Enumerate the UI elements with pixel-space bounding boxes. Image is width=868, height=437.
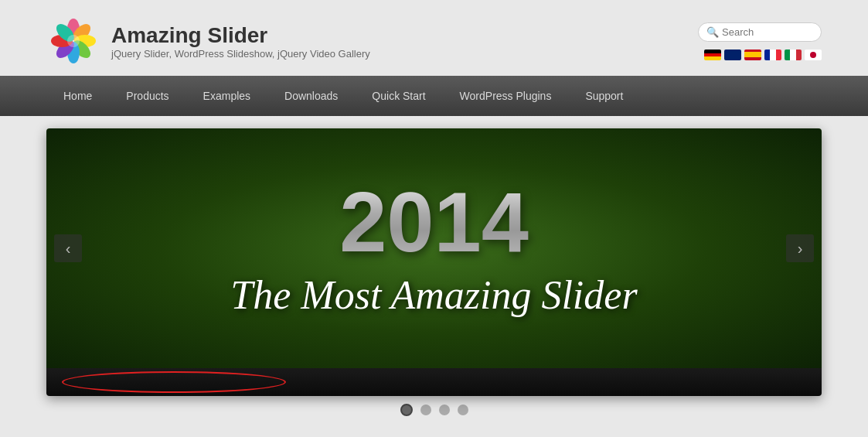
flag-japanese[interactable] bbox=[805, 50, 822, 60]
site-tagline: jQuery Slider, WordPress Slideshow, jQue… bbox=[111, 48, 370, 60]
slider-prev-button[interactable]: ‹ bbox=[54, 234, 82, 262]
slider-dots bbox=[46, 396, 822, 421]
flag-english[interactable] bbox=[724, 50, 741, 60]
header: Amazing Slider jQuery Slider, WordPress … bbox=[0, 0, 868, 76]
logo-text: Amazing Slider jQuery Slider, WordPress … bbox=[111, 22, 370, 60]
flag-german[interactable] bbox=[704, 50, 721, 60]
slider-dot-1[interactable] bbox=[400, 404, 413, 416]
search-icon: 🔍 bbox=[706, 26, 719, 38]
flag-spanish[interactable] bbox=[744, 50, 761, 60]
logo-icon bbox=[46, 14, 100, 68]
slider-title: The Most Amazing Slider bbox=[230, 272, 637, 318]
nav-item-home[interactable]: Home bbox=[46, 77, 109, 114]
nav-menu: Home Products Examples Downloads Quick S… bbox=[46, 77, 640, 114]
search-box[interactable]: 🔍 bbox=[698, 22, 822, 42]
flags-container bbox=[704, 50, 822, 60]
slider-container: ‹ 2014 The Most Amazing Slider › bbox=[46, 128, 822, 396]
nav-item-downloads[interactable]: Downloads bbox=[267, 77, 355, 114]
nav-item-support[interactable]: Support bbox=[568, 77, 640, 114]
chevron-left-icon: ‹ bbox=[66, 240, 71, 258]
slider-main: ‹ 2014 The Most Amazing Slider › bbox=[46, 128, 822, 368]
slider-year: 2014 bbox=[339, 179, 529, 265]
search-input[interactable] bbox=[722, 26, 815, 38]
slider-dot-3[interactable] bbox=[439, 405, 450, 415]
nav-item-examples[interactable]: Examples bbox=[186, 77, 267, 114]
svg-point-8 bbox=[67, 35, 80, 47]
slider-dot-2[interactable] bbox=[420, 405, 431, 415]
header-right: 🔍 bbox=[698, 22, 822, 60]
nav-item-wordpress[interactable]: WordPress Plugins bbox=[443, 77, 569, 114]
flag-french[interactable] bbox=[764, 50, 781, 60]
site-title: Amazing Slider bbox=[111, 22, 370, 49]
slider-bottom-bar bbox=[46, 368, 822, 396]
nav-item-quickstart[interactable]: Quick Start bbox=[355, 77, 442, 114]
flag-italian[interactable] bbox=[785, 50, 802, 60]
logo-area: Amazing Slider jQuery Slider, WordPress … bbox=[46, 14, 370, 68]
nav-item-products[interactable]: Products bbox=[109, 77, 186, 114]
slider-next-button[interactable]: › bbox=[786, 234, 814, 262]
slider-dot-4[interactable] bbox=[458, 405, 468, 415]
annotation-oval bbox=[62, 371, 286, 393]
navbar: Home Products Examples Downloads Quick S… bbox=[0, 76, 868, 116]
chevron-right-icon: › bbox=[798, 240, 803, 258]
